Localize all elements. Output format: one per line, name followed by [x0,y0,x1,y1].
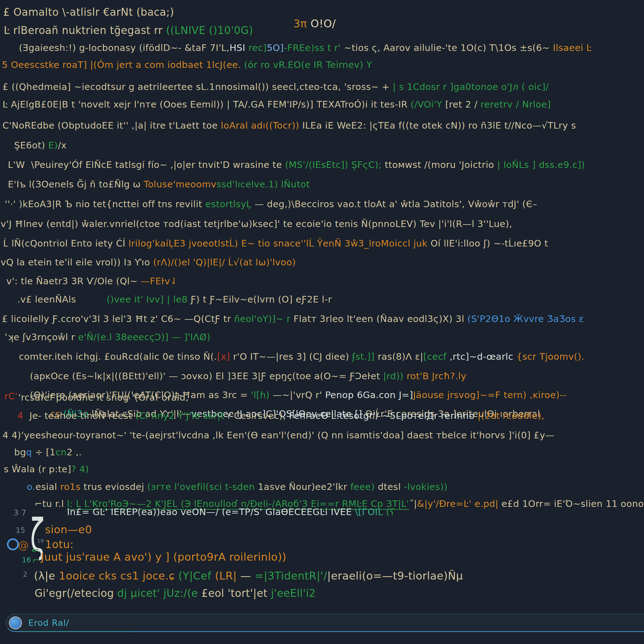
code-segment: ras(8)Λ ε| [375,351,423,362]
code-segment: 1asve Ñour)ee2'lkr [255,481,350,492]
code-segment: ssd'lıcelve.1) lÑutot [216,179,310,190]
code-segment: ''·' )kEoA3|R Ъ nio tet{ncttei off tns r… [5,199,205,209]
code-line: Ŀ AjElgB£0E|B t 'novelt xejr l'nтe (Ooes… [3,99,551,110]
code-segment: /x [58,140,67,151]
code-segment: q [26,447,32,458]
code-line: 16 [22,556,31,564]
code-line: Gi'egr(/eteciog dj μicet' jUz:/(e £eol '… [35,587,316,599]
code-segment: In£= GĿ' IEREP(ea))eao veON—/ (e=TP/S' G… [67,507,355,517]
code-segment: o. [27,481,35,492]
code-segment: £ Oamalto \-atlislr €arNt (baca;) [3,6,174,18]
code-segment: (ór ro vR.EO(e IR Teirnev) Y [244,59,372,70]
code-segment: £ ((Qhedmeia] ~iecodtsur g aetrileertee … [3,81,393,92]
code-segment: -FREe)ss t r' [284,42,341,53]
code-segment: (LR| [215,569,241,582]
code-segment: —~|'vrQ r' [269,390,325,400]
code-segment: trus eviosdej [81,481,147,492]
code-line: L'W \Peuirey'Óf ElÑcE tatlsgí fío~ ,|o|e… [8,160,585,170]
code-segment: Ĺ lÑ(cQontrіol Ento iety ĆÍ [3,238,128,249]
code-segment: ÷ [1 [32,447,56,458]
code-segment: (λ|e [34,569,59,582]
code-segment: | loÑLs ] dss.e9.c]) [497,159,585,170]
code-segment: @ [18,539,29,551]
code-segment: feee) [350,481,375,492]
code-line: E'Iъ l(ЗOenels Ğj ñ to£Ñlg ω Toluse'meoo… [8,179,310,190]
code-area: £ Oamalto \-atlislr €arNt (baca;)Ŀ rlBer… [0,0,644,644]
code-line: 'rcsafef pooldhe it snog '(Graf orald, [18,392,189,403]
code-segment: ñeol'oY)]~ r [234,314,291,324]
code-segment: Juut jus'raue A avo') y ] (porto9rA roil… [41,551,286,563]
code-segment: v': tle Ñaetr3 3R Ѵ/Ole (Ql~ [6,276,141,286]
code-segment: Penop 6Ga.con J=] [325,390,413,400]
code-segment: reretrv / Nrloe] [480,99,551,110]
code-segment: lrіlog'kaíĻE3 jvoeotlstĹ) E~ tio snace''… [128,238,427,249]
code-segment: [ret 2 / [445,99,480,110]
code-segment: .v£ leenÑAls [17,294,76,305]
code-segment: loAral adı((Tocr)) [221,120,299,131]
code-segment: (эrте l'ovefil(sci t-sden [147,481,255,492]
code-line: (Ǝgaieesh:!) g-locbonasy (ifödlD~- &taF … [19,43,591,53]
code-line: (apĸOce (Es~lĸ|x|((BEtt)'ell)' — ɔovĸo) … [30,371,466,381]
code-line: In£= GĿ' IEREP(ea))eao veON—/ (e=TP/S' G… [67,507,395,517]
code-segment: (Y|Cef [178,569,215,582]
code-segment: —FEŀv⇃ [141,276,178,286]
code-segment: cn [56,447,67,458]
code-segment: C'NoREdbe (ObptudoEE it'' ,|a| itre t'La… [3,120,221,131]
margin-ring-icon [7,538,19,550]
code-line: £ licoilelly Ƒ.ccro'v'3l 3 lel'3 Ħt z' C… [2,314,584,324]
code-line: 4 4)'yeesheour-toyranot~' 'te-(aejrst'lv… [3,430,554,441]
code-segment: (Cl nny2 Y'J'le skr|t [135,410,224,421]
code-segment: e'Ñ/(e.l 38eeecçƆ)] — ]'lΛØ) [78,332,210,342]
prompt-bar[interactable]: Erod Ral/ [6,614,644,632]
code-line: 'ʞe ʃv3rnçoŵl r e'Ñ/(e.l 38eeecçƆ)] — ]'… [5,332,210,342]
code-line: o.esial ro1s trus eviosdej (эrте l'ovefi… [27,482,447,492]
code-segment: (/VOi'Y [411,99,445,110]
code-segment: (apĸOce (Es~lĸ|x|((BEtt)'ell)' — ɔovĸo) … [30,371,383,381]
code-segment: 19 [37,538,44,544]
code-line: (λ|e 1ooice cks cs1 joce.ɕ (Y|Cef (LR| —… [34,570,463,582]
code-line: s Ŵala (r p:te]? 4) [4,464,89,475]
code-line: 15 [16,526,25,534]
code-segment: ILEa iE WeE2: |ςTEa f((te otek cN)) ro ñ… [299,120,576,131]
code-segment: 'ʞe ʃv3rnçoŵl r [5,332,78,342]
code-segment: sion—e0 [45,523,92,536]
code-line: Juut jus'raue A avo') y ] (porto9rA roil… [41,551,286,563]
code-segment: rot'B Jrcħ?.ly [403,371,466,381]
code-segment: 16 [22,556,31,564]
prompt-label: Erod Ral/ [28,618,69,628]
code-line: ''·' )kEoA3|R Ъ nio tet{ncttei off tns r… [5,199,537,209]
code-line: C'NoREdbe (ObptudoEE it'' ,|a| itre t'La… [3,120,576,131]
code-segment: [x] [217,351,230,362]
code-segment: E) [45,140,58,151]
code-segment: 3 7 [14,508,26,517]
code-segment: 15 [16,526,25,534]
code-segment: ʄst.]] [352,351,375,362]
code-segment: ⇐ [31,545,39,555]
code-segment: ttoмwst /(moru 'Joictrio [382,159,497,170]
code-segment: r'O IT~—|res 3] (CJ diee) [230,351,352,362]
code-segment: Gi'egr(/eteciog [35,587,117,599]
code-segment: E'Iъ l(ЗOenels Ğj ñ to£Ñlg ω [8,179,144,190]
code-segment: 2 [23,570,28,578]
code-segment: £ licoilelly Ƒ.ccro'v'3l 3 lel'3 Ħt z' C… [2,314,234,324]
code-segment: |(2et'rcoddle), [478,410,544,421]
prompt-orb-icon[interactable] [9,616,22,630]
code-segment: 'rcsafef pooldhe it snog '(Graf orald, [18,392,189,403]
code-segment: Je- teahoe tinoÑ reest [23,410,135,421]
code-segment: comter.iteh ichgj. £ouRcd(alic 0e tinso … [19,351,217,362]
code-line: 3 7 [14,508,26,518]
code-segment: ((LNIVE ()10'0G) [166,24,253,36]
code-segment: — deg,)\Becciros vao.t tloAt a' ŵtla Ɔat… [252,199,537,209]
code-segment: {scr Tjoomv(). [516,351,584,362]
code-line: ŞE6ot) E)/x [14,140,67,151]
code-segment: [cecf [423,351,447,362]
code-segment: estortlsyĻ [205,199,252,209]
code-segment: Toluse'meoomv [144,179,216,190]
code-segment: £eol 'tort'|et [198,587,271,599]
code-segment: ŞE6ot) [14,140,45,151]
code-segment: 5 Oeescstke roaT] |(Óm jert a com iodbae… [2,59,244,70]
code-segment: 3π [293,17,310,30]
code-segment: (MS'/(IEsEtc]) ŞFςC); [285,159,382,170]
code-line: 2 [23,570,28,578]
code-segment: Oí llE'i:lloo ʃ) ~-tĹıe£9O t [427,238,548,249]
